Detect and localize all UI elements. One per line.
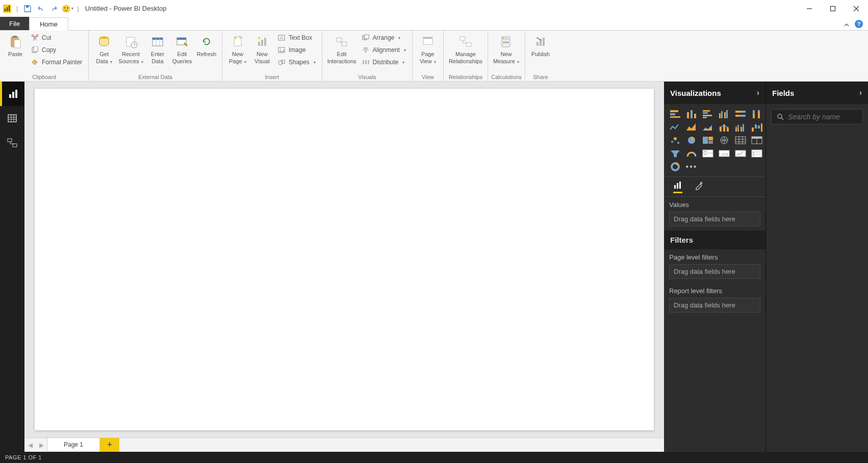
format-well-tab[interactable]	[695, 181, 704, 192]
maximize-button[interactable]	[821, 0, 845, 17]
page-filters-dropzone[interactable]: Drag data fields here	[669, 264, 760, 279]
viz-treemap-icon[interactable]	[701, 135, 715, 146]
manage-relationships-button[interactable]: Manage Relationships	[447, 32, 484, 67]
viz-more-icon[interactable]: •••	[684, 161, 699, 172]
viz-funnel-icon[interactable]	[668, 148, 682, 159]
fields-search-input[interactable]	[788, 113, 868, 121]
alignment-button[interactable]: Alignment▾	[359, 44, 409, 56]
svg-rect-10	[34, 46, 38, 52]
text-box-label: Text Box	[289, 34, 312, 41]
viz-100-stacked-column-icon[interactable]	[750, 108, 764, 119]
publish-button[interactable]: Publish	[528, 32, 553, 60]
new-page-button[interactable]: ✦New Page ▾	[225, 32, 250, 67]
viz-table-icon[interactable]	[750, 135, 764, 146]
new-measure-button[interactable]: ✦New Measure ▾	[491, 32, 521, 67]
svg-rect-89	[727, 127, 729, 132]
svg-rect-106	[735, 137, 746, 144]
cut-button[interactable]: ✂️Cut	[28, 32, 85, 44]
edit-interactions-button[interactable]: Edit Interactions	[325, 32, 359, 67]
viz-clustered-column-icon[interactable]	[717, 108, 731, 119]
ribbon-group-label: Clipboard	[3, 73, 85, 81]
svg-rect-77	[724, 112, 726, 118]
redo-button[interactable]	[48, 3, 60, 14]
viz-filled-map-icon[interactable]	[733, 135, 748, 146]
viz-card-icon[interactable]: 123	[717, 148, 731, 159]
get-data-button[interactable]: Get Data ▾	[92, 32, 116, 67]
viz-gauge-icon[interactable]	[684, 148, 699, 159]
minimize-button[interactable]	[798, 0, 821, 17]
new-visual-button[interactable]: ✦New Visual	[250, 32, 274, 67]
report-view-button[interactable]	[0, 82, 24, 106]
values-well-label: Values	[669, 201, 760, 209]
ribbon-group-label: Calculations	[491, 73, 522, 81]
collapse-ribbon-button[interactable]	[844, 22, 850, 28]
add-page-button[interactable]: +	[100, 438, 119, 452]
viz-kpi-icon[interactable]	[733, 148, 748, 159]
page-tab-1[interactable]: Page 1	[47, 438, 100, 451]
viz-scatter-icon[interactable]	[668, 135, 682, 146]
save-button[interactable]	[22, 3, 33, 14]
viz-stacked-area-icon[interactable]	[701, 121, 715, 133]
svg-point-30	[278, 61, 283, 65]
svg-line-132	[781, 118, 783, 120]
report-canvas[interactable]	[35, 89, 654, 430]
svg-rect-19	[177, 38, 186, 40]
close-button[interactable]	[845, 0, 868, 17]
svg-rect-103	[708, 137, 713, 140]
copy-button[interactable]: Copy	[28, 44, 85, 56]
svg-rect-8	[14, 40, 20, 48]
distribute-button[interactable]: Distribute▾	[359, 56, 409, 68]
viz-area-icon[interactable]	[684, 121, 699, 133]
viz-stacked-bar-icon[interactable]	[668, 108, 682, 119]
svg-rect-86	[758, 112, 760, 118]
undo-button[interactable]	[35, 3, 46, 14]
search-icon	[777, 113, 784, 120]
fields-well-tab[interactable]	[673, 181, 682, 193]
shapes-button[interactable]: Shapes▾	[274, 56, 319, 68]
arrange-button[interactable]: Arrange▾	[359, 32, 409, 44]
viz-line-clustered-column-icon[interactable]	[733, 121, 748, 133]
fields-pane: Fields ›	[766, 82, 868, 452]
image-button[interactable]: Image	[274, 44, 319, 56]
text-box-button[interactable]: AText Box	[274, 32, 319, 44]
report-filters-dropzone[interactable]: Drag data fields here	[669, 298, 760, 313]
viz-waterfall-icon[interactable]	[750, 121, 764, 133]
page-prev-button[interactable]: ◀	[24, 438, 36, 452]
paste-button[interactable]: Paste	[3, 32, 28, 60]
recent-sources-button[interactable]: Recent Sources ▾	[116, 32, 145, 67]
format-painter-button[interactable]: Format Painter	[28, 56, 85, 68]
viz-multi-card-icon[interactable]	[701, 148, 715, 159]
tab-file[interactable]: File	[0, 17, 29, 30]
enter-data-button[interactable]: Enter Data	[145, 32, 170, 67]
help-button[interactable]: ?	[855, 20, 863, 28]
values-dropzone[interactable]: Drag data fields here	[669, 212, 760, 226]
viz-clustered-bar-icon[interactable]	[701, 108, 715, 119]
model-view-button[interactable]	[0, 131, 24, 155]
feedback-button[interactable]: 🙂▾	[62, 3, 73, 14]
svg-point-100	[677, 142, 679, 144]
svg-rect-0	[5, 9, 6, 11]
page-view-button[interactable]: Page View ▾	[416, 32, 440, 67]
ribbon-group-clipboard: Paste ✂️Cut Copy Format Painter Clipboar…	[0, 31, 89, 81]
viz-line-icon[interactable]	[668, 121, 682, 133]
collapse-visualizations-button[interactable]: ›	[757, 88, 759, 97]
ribbon-tabs: File Home ?	[0, 17, 868, 31]
viz-slicer-icon[interactable]	[750, 148, 764, 159]
viz-100-stacked-bar-icon[interactable]	[733, 108, 748, 119]
viz-stacked-column-icon[interactable]	[684, 108, 699, 119]
page-next-button[interactable]: ▶	[36, 438, 47, 452]
viz-pie-icon[interactable]	[684, 135, 699, 146]
svg-rect-41	[368, 60, 369, 64]
data-view-button[interactable]	[0, 106, 24, 131]
viz-line-column-icon[interactable]	[717, 121, 731, 133]
viz-donut-icon[interactable]	[668, 161, 682, 172]
distribute-label: Distribute	[373, 59, 399, 66]
collapse-fields-button[interactable]: ›	[859, 88, 862, 97]
edit-queries-button[interactable]: Edit Queries	[170, 32, 194, 67]
viz-map-icon[interactable]	[717, 135, 731, 146]
svg-text:A: A	[280, 35, 283, 40]
fields-search[interactable]	[771, 109, 863, 124]
tab-home[interactable]: Home	[29, 17, 68, 31]
refresh-button[interactable]: Refresh	[194, 32, 219, 60]
svg-point-50	[507, 42, 509, 43]
